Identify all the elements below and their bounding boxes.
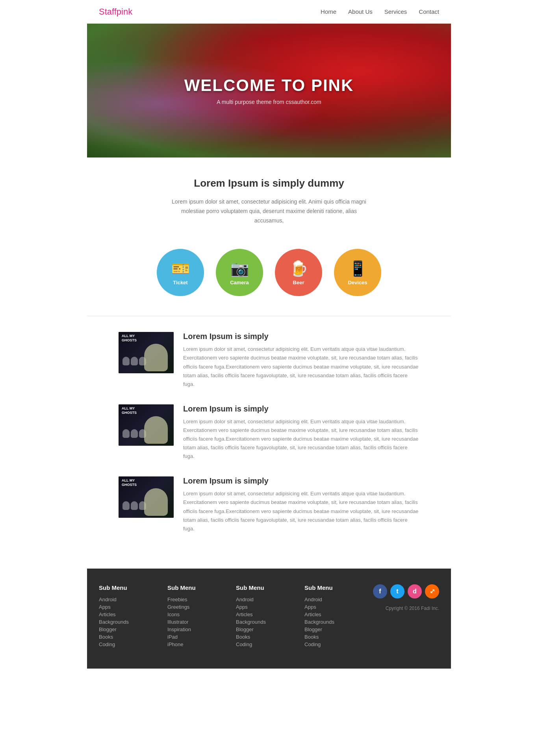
footer-link[interactable]: iPad — [167, 634, 236, 640]
footer-link[interactable]: iPhone — [167, 641, 236, 647]
footer-link[interactable]: Freebies — [167, 597, 236, 602]
footer-link[interactable]: Articles — [236, 611, 304, 617]
ghost-text-3: ALL MYGHOSTS — [122, 478, 137, 487]
devices-label: Devices — [348, 280, 367, 285]
ghost-main-2 — [144, 416, 168, 444]
footer-link[interactable]: Greetings — [167, 604, 236, 610]
footer-col-1: Sub Menu Android Apps Articles Backgroun… — [99, 584, 167, 649]
footer-link[interactable]: Apps — [99, 604, 167, 610]
article-title-1: Lorem Ipsum is simply — [183, 332, 419, 341]
article-text-2: Lorem Ipsum is simply Lorem ipsum dolor … — [183, 404, 419, 461]
ghost-figures-2 — [122, 429, 146, 438]
article-item: ALL MYGHOSTS Lorem Ipsum is simply Lorem… — [119, 332, 419, 388]
article-image-3: ALL MYGHOSTS — [119, 476, 174, 518]
facebook-button[interactable]: f — [373, 584, 387, 598]
logo-text-main: Staff — [99, 7, 117, 17]
footer-col-3: Sub Menu Android Apps Articles Backgroun… — [236, 584, 304, 649]
footer-link[interactable]: Articles — [304, 611, 373, 617]
dribbble-button[interactable]: d — [408, 584, 422, 598]
ghost-text-2: ALL MYGHOSTS — [122, 406, 137, 415]
ticket-icon: 🎫 — [171, 260, 190, 277]
copyright: Cpyright © 2016 Fadi Inc. — [386, 606, 439, 611]
beer-icon: 🍺 — [289, 260, 308, 277]
footer-link[interactable]: Books — [99, 634, 167, 640]
intro-section: Lorem Ipsum is simply dummy Lorem ipsum … — [87, 158, 451, 237]
footer-link[interactable]: Icons — [167, 611, 236, 617]
footer-link[interactable]: Coding — [99, 641, 167, 647]
article-title-2: Lorem Ipsum is simply — [183, 404, 419, 413]
hero-content: WELCOME TO PINK A multi purpose theme fr… — [184, 76, 354, 105]
footer-col-2: Sub Menu Freebies Greetings Icons Illust… — [167, 584, 236, 649]
twitter-button[interactable]: t — [390, 584, 404, 598]
site-header: Staffpink Home About Us Services Contact — [87, 0, 451, 24]
footer-link[interactable]: Books — [304, 634, 373, 640]
article-body-1: Lorem ipsum dolor sit amet, consectetur … — [183, 345, 419, 388]
devices-icon: 📱 — [349, 260, 367, 277]
intro-body: Lorem ipsum dolor sit amet, consectetur … — [167, 197, 371, 225]
footer-link[interactable]: Coding — [304, 641, 373, 647]
nav-services[interactable]: Services — [384, 8, 407, 15]
icon-beer[interactable]: 🍺 Beer — [275, 249, 322, 296]
footer-link[interactable]: Android — [304, 597, 373, 602]
article-text-3: Lorem Ipsum is simply Lorem ipsum dolor … — [183, 476, 419, 533]
article-image-1: ALL MYGHOSTS — [119, 332, 174, 373]
nav-about[interactable]: About Us — [348, 8, 373, 15]
icon-ticket[interactable]: 🎫 Ticket — [157, 249, 204, 296]
ghost-main-1 — [144, 344, 168, 371]
icon-row: 🎫 Ticket 📷 Camera 🍺 Beer 📱 Devices — [87, 237, 451, 316]
beer-label: Beer — [293, 280, 304, 285]
article-item: ALL MYGHOSTS Lorem Ipsum is simply Lorem… — [119, 476, 419, 533]
share-button[interactable]: ⤢ — [425, 584, 439, 598]
camera-label: Camera — [230, 280, 249, 285]
icon-devices[interactable]: 📱 Devices — [334, 249, 381, 296]
main-nav: Home About Us Services Contact — [321, 8, 439, 15]
footer-link[interactable]: Backgrounds — [99, 619, 167, 625]
site-footer: Sub Menu Android Apps Articles Backgroun… — [87, 569, 451, 669]
icon-camera[interactable]: 📷 Camera — [216, 249, 263, 296]
camera-icon: 📷 — [230, 260, 249, 277]
ticket-label: Ticket — [173, 280, 187, 285]
footer-link[interactable]: Inspiration — [167, 626, 236, 632]
social-icons: f t d ⤢ — [373, 584, 439, 598]
ghost-text-1: ALL MYGHOSTS — [122, 334, 137, 343]
footer-col-3-heading: Sub Menu — [236, 584, 304, 591]
footer-link[interactable]: Apps — [236, 604, 304, 610]
footer-link[interactable]: Backgrounds — [304, 619, 373, 625]
footer-social-col: f t d ⤢ Cpyright © 2016 Fadi Inc. — [373, 584, 439, 649]
footer-col-4-heading: Sub Menu — [304, 584, 373, 591]
hero-title: WELCOME TO PINK — [184, 76, 354, 95]
footer-col-4: Sub Menu Android Apps Articles Backgroun… — [304, 584, 373, 649]
footer-link[interactable]: Apps — [304, 604, 373, 610]
site-logo[interactable]: Staffpink — [99, 7, 132, 17]
nav-home[interactable]: Home — [321, 8, 336, 15]
footer-columns: Sub Menu Android Apps Articles Backgroun… — [99, 584, 439, 649]
footer-link[interactable]: Blogger — [99, 626, 167, 632]
footer-link[interactable]: Illustrator — [167, 619, 236, 625]
footer-col-1-heading: Sub Menu — [99, 584, 167, 591]
footer-link[interactable]: Coding — [236, 641, 304, 647]
intro-heading: Lorem Ipsum is simply dummy — [119, 177, 419, 189]
footer-link[interactable]: Android — [99, 597, 167, 602]
footer-link[interactable]: Blogger — [236, 626, 304, 632]
footer-col-2-heading: Sub Menu — [167, 584, 236, 591]
ghost-figures-3 — [122, 501, 146, 510]
articles-section: ALL MYGHOSTS Lorem Ipsum is simply Lorem… — [87, 316, 451, 568]
article-item: ALL MYGHOSTS Lorem Ipsum is simply Lorem… — [119, 404, 419, 461]
article-text-1: Lorem Ipsum is simply Lorem ipsum dolor … — [183, 332, 419, 388]
footer-link[interactable]: Android — [236, 597, 304, 602]
footer-link[interactable]: Articles — [99, 611, 167, 617]
footer-link[interactable]: Books — [236, 634, 304, 640]
article-title-3: Lorem Ipsum is simply — [183, 476, 419, 485]
hero-subtitle: A multi purpose theme from cssauthor.com — [184, 99, 354, 105]
hero-section: WELCOME TO PINK A multi purpose theme fr… — [87, 24, 451, 158]
article-body-3: Lorem ipsum dolor sit amet, consectetur … — [183, 489, 419, 533]
article-body-2: Lorem ipsum dolor sit amet, consectetur … — [183, 417, 419, 461]
footer-link[interactable]: Backgrounds — [236, 619, 304, 625]
nav-contact[interactable]: Contact — [419, 8, 439, 15]
ghost-figures-1 — [122, 357, 146, 365]
footer-link[interactable]: Blogger — [304, 626, 373, 632]
ghost-main-3 — [144, 488, 168, 516]
article-image-2: ALL MYGHOSTS — [119, 404, 174, 446]
logo-text-accent: pink — [117, 7, 132, 17]
